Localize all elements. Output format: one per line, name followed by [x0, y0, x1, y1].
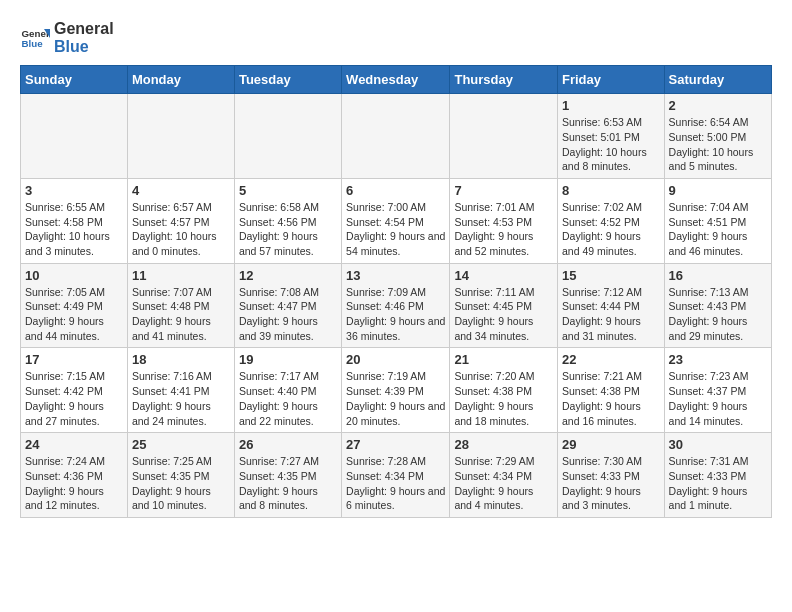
- day-number: 29: [562, 437, 660, 452]
- day-info: Sunrise: 7:20 AMSunset: 4:38 PMDaylight:…: [454, 369, 553, 428]
- day-number: 5: [239, 183, 337, 198]
- day-cell: 10Sunrise: 7:05 AMSunset: 4:49 PMDayligh…: [21, 263, 128, 348]
- weekday-header-tuesday: Tuesday: [234, 66, 341, 94]
- day-number: 25: [132, 437, 230, 452]
- day-number: 21: [454, 352, 553, 367]
- day-cell: 21Sunrise: 7:20 AMSunset: 4:38 PMDayligh…: [450, 348, 558, 433]
- day-info: Sunrise: 7:21 AMSunset: 4:38 PMDaylight:…: [562, 369, 660, 428]
- day-cell: 4Sunrise: 6:57 AMSunset: 4:57 PMDaylight…: [127, 178, 234, 263]
- day-info: Sunrise: 7:29 AMSunset: 4:34 PMDaylight:…: [454, 454, 553, 513]
- day-cell: 18Sunrise: 7:16 AMSunset: 4:41 PMDayligh…: [127, 348, 234, 433]
- day-info: Sunrise: 7:04 AMSunset: 4:51 PMDaylight:…: [669, 200, 767, 259]
- day-info: Sunrise: 7:11 AMSunset: 4:45 PMDaylight:…: [454, 285, 553, 344]
- logo-text-blue: Blue: [54, 38, 114, 56]
- day-info: Sunrise: 7:17 AMSunset: 4:40 PMDaylight:…: [239, 369, 337, 428]
- day-info: Sunrise: 6:54 AMSunset: 5:00 PMDaylight:…: [669, 115, 767, 174]
- day-cell: 14Sunrise: 7:11 AMSunset: 4:45 PMDayligh…: [450, 263, 558, 348]
- day-number: 30: [669, 437, 767, 452]
- day-number: 23: [669, 352, 767, 367]
- day-info: Sunrise: 7:09 AMSunset: 4:46 PMDaylight:…: [346, 285, 445, 344]
- day-info: Sunrise: 7:05 AMSunset: 4:49 PMDaylight:…: [25, 285, 123, 344]
- day-number: 11: [132, 268, 230, 283]
- day-number: 17: [25, 352, 123, 367]
- day-cell: 25Sunrise: 7:25 AMSunset: 4:35 PMDayligh…: [127, 433, 234, 518]
- day-info: Sunrise: 7:28 AMSunset: 4:34 PMDaylight:…: [346, 454, 445, 513]
- day-cell: 22Sunrise: 7:21 AMSunset: 4:38 PMDayligh…: [558, 348, 665, 433]
- day-cell: 24Sunrise: 7:24 AMSunset: 4:36 PMDayligh…: [21, 433, 128, 518]
- day-number: 2: [669, 98, 767, 113]
- day-info: Sunrise: 6:53 AMSunset: 5:01 PMDaylight:…: [562, 115, 660, 174]
- day-info: Sunrise: 7:15 AMSunset: 4:42 PMDaylight:…: [25, 369, 123, 428]
- week-row-3: 10Sunrise: 7:05 AMSunset: 4:49 PMDayligh…: [21, 263, 772, 348]
- day-info: Sunrise: 7:30 AMSunset: 4:33 PMDaylight:…: [562, 454, 660, 513]
- calendar-table: SundayMondayTuesdayWednesdayThursdayFrid…: [20, 65, 772, 518]
- day-cell: 8Sunrise: 7:02 AMSunset: 4:52 PMDaylight…: [558, 178, 665, 263]
- week-row-2: 3Sunrise: 6:55 AMSunset: 4:58 PMDaylight…: [21, 178, 772, 263]
- day-cell: 7Sunrise: 7:01 AMSunset: 4:53 PMDaylight…: [450, 178, 558, 263]
- day-cell: 9Sunrise: 7:04 AMSunset: 4:51 PMDaylight…: [664, 178, 771, 263]
- day-number: 19: [239, 352, 337, 367]
- day-cell: 5Sunrise: 6:58 AMSunset: 4:56 PMDaylight…: [234, 178, 341, 263]
- day-number: 13: [346, 268, 445, 283]
- week-row-1: 1Sunrise: 6:53 AMSunset: 5:01 PMDaylight…: [21, 94, 772, 179]
- day-number: 27: [346, 437, 445, 452]
- day-cell: 29Sunrise: 7:30 AMSunset: 4:33 PMDayligh…: [558, 433, 665, 518]
- day-info: Sunrise: 7:25 AMSunset: 4:35 PMDaylight:…: [132, 454, 230, 513]
- weekday-header-saturday: Saturday: [664, 66, 771, 94]
- day-cell: 26Sunrise: 7:27 AMSunset: 4:35 PMDayligh…: [234, 433, 341, 518]
- day-info: Sunrise: 7:31 AMSunset: 4:33 PMDaylight:…: [669, 454, 767, 513]
- day-info: Sunrise: 7:01 AMSunset: 4:53 PMDaylight:…: [454, 200, 553, 259]
- day-number: 4: [132, 183, 230, 198]
- day-cell: 17Sunrise: 7:15 AMSunset: 4:42 PMDayligh…: [21, 348, 128, 433]
- day-info: Sunrise: 7:23 AMSunset: 4:37 PMDaylight:…: [669, 369, 767, 428]
- day-info: Sunrise: 6:57 AMSunset: 4:57 PMDaylight:…: [132, 200, 230, 259]
- day-info: Sunrise: 7:19 AMSunset: 4:39 PMDaylight:…: [346, 369, 445, 428]
- day-cell: 20Sunrise: 7:19 AMSunset: 4:39 PMDayligh…: [342, 348, 450, 433]
- weekday-header-wednesday: Wednesday: [342, 66, 450, 94]
- day-cell: 16Sunrise: 7:13 AMSunset: 4:43 PMDayligh…: [664, 263, 771, 348]
- calendar-header-row: SundayMondayTuesdayWednesdayThursdayFrid…: [21, 66, 772, 94]
- day-info: Sunrise: 7:02 AMSunset: 4:52 PMDaylight:…: [562, 200, 660, 259]
- day-info: Sunrise: 7:13 AMSunset: 4:43 PMDaylight:…: [669, 285, 767, 344]
- day-info: Sunrise: 6:55 AMSunset: 4:58 PMDaylight:…: [25, 200, 123, 259]
- day-info: Sunrise: 7:27 AMSunset: 4:35 PMDaylight:…: [239, 454, 337, 513]
- day-info: Sunrise: 7:12 AMSunset: 4:44 PMDaylight:…: [562, 285, 660, 344]
- weekday-header-friday: Friday: [558, 66, 665, 94]
- day-number: 10: [25, 268, 123, 283]
- day-cell: 1Sunrise: 6:53 AMSunset: 5:01 PMDaylight…: [558, 94, 665, 179]
- day-info: Sunrise: 7:16 AMSunset: 4:41 PMDaylight:…: [132, 369, 230, 428]
- week-row-5: 24Sunrise: 7:24 AMSunset: 4:36 PMDayligh…: [21, 433, 772, 518]
- svg-text:Blue: Blue: [22, 38, 44, 49]
- weekday-header-sunday: Sunday: [21, 66, 128, 94]
- day-cell: 15Sunrise: 7:12 AMSunset: 4:44 PMDayligh…: [558, 263, 665, 348]
- day-cell: 28Sunrise: 7:29 AMSunset: 4:34 PMDayligh…: [450, 433, 558, 518]
- logo-text-general: General: [54, 20, 114, 38]
- day-info: Sunrise: 7:24 AMSunset: 4:36 PMDaylight:…: [25, 454, 123, 513]
- day-cell: [450, 94, 558, 179]
- day-number: 18: [132, 352, 230, 367]
- header: General Blue General Blue: [20, 20, 772, 55]
- day-number: 15: [562, 268, 660, 283]
- day-cell: 12Sunrise: 7:08 AMSunset: 4:47 PMDayligh…: [234, 263, 341, 348]
- day-cell: [21, 94, 128, 179]
- day-cell: 27Sunrise: 7:28 AMSunset: 4:34 PMDayligh…: [342, 433, 450, 518]
- day-number: 3: [25, 183, 123, 198]
- weekday-header-thursday: Thursday: [450, 66, 558, 94]
- day-number: 6: [346, 183, 445, 198]
- day-cell: 19Sunrise: 7:17 AMSunset: 4:40 PMDayligh…: [234, 348, 341, 433]
- day-info: Sunrise: 7:08 AMSunset: 4:47 PMDaylight:…: [239, 285, 337, 344]
- day-number: 22: [562, 352, 660, 367]
- day-cell: [342, 94, 450, 179]
- day-cell: 13Sunrise: 7:09 AMSunset: 4:46 PMDayligh…: [342, 263, 450, 348]
- day-number: 8: [562, 183, 660, 198]
- week-row-4: 17Sunrise: 7:15 AMSunset: 4:42 PMDayligh…: [21, 348, 772, 433]
- day-info: Sunrise: 7:00 AMSunset: 4:54 PMDaylight:…: [346, 200, 445, 259]
- day-number: 28: [454, 437, 553, 452]
- day-info: Sunrise: 6:58 AMSunset: 4:56 PMDaylight:…: [239, 200, 337, 259]
- weekday-header-monday: Monday: [127, 66, 234, 94]
- day-cell: 6Sunrise: 7:00 AMSunset: 4:54 PMDaylight…: [342, 178, 450, 263]
- day-cell: [127, 94, 234, 179]
- day-number: 26: [239, 437, 337, 452]
- day-cell: [234, 94, 341, 179]
- day-number: 20: [346, 352, 445, 367]
